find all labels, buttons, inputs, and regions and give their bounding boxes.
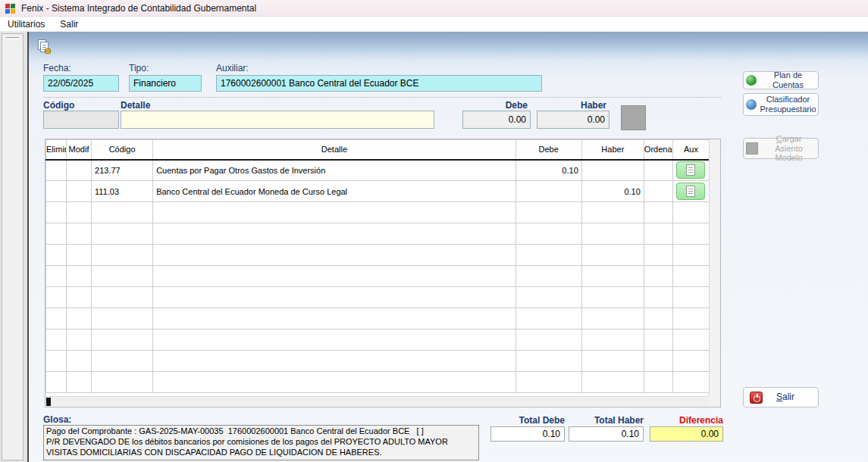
table-row[interactable] — [46, 287, 710, 308]
menu-utilitarios[interactable]: Utilitarios — [0, 17, 52, 31]
column-header-detalle[interactable]: Detalle — [153, 140, 516, 160]
table-row[interactable] — [46, 351, 710, 372]
scrollbar-thumb[interactable] — [46, 398, 51, 406]
collapsed-side-panel[interactable] — [2, 33, 24, 460]
document-lines-icon — [686, 186, 695, 197]
entries-table: EliminModifCódigoDetalleDebeHaberOrdenar… — [45, 139, 710, 393]
menu-bar: Utilitarios Salir — [0, 17, 868, 32]
detalle-label: Detalle — [121, 100, 150, 111]
auxiliar-label: Auxiliar: — [216, 63, 249, 73]
diferencia-label: Diferencia — [650, 415, 723, 426]
document-lines-icon — [686, 164, 695, 176]
column-header-aux[interactable]: Aux — [672, 140, 709, 160]
clasificador-presupuestario-button[interactable]: Clasificador Presupuestario — [743, 93, 819, 116]
window-title: Fenix - Sistema Integrado de Contabilida… — [21, 3, 256, 14]
detalle-input[interactable] — [121, 111, 434, 129]
aux-button[interactable] — [676, 161, 705, 179]
blue-sphere-icon — [746, 99, 757, 110]
fenix-app-icon — [5, 3, 16, 14]
salir-button[interactable]: Salir — [743, 387, 819, 407]
tipo-input[interactable]: Financiero — [129, 75, 202, 92]
add-entry-button-disabled[interactable] — [621, 105, 646, 130]
table-row[interactable]: 213.77Cuentas por Pagar Otros Gastos de … — [46, 160, 710, 181]
plan-de-cuentas-label: Plan de Cuentas — [760, 70, 816, 89]
cargar-asiento-label: Cargar Asiento Modelo — [762, 134, 816, 163]
table-row[interactable] — [46, 308, 710, 329]
fecha-input[interactable]: 22/05/2025 — [43, 75, 119, 92]
gray-square-icon — [746, 142, 758, 155]
table-row[interactable] — [46, 223, 710, 245]
table-row[interactable] — [46, 372, 710, 393]
vertical-scrollbar[interactable] — [709, 139, 720, 407]
column-header-código[interactable]: Código — [92, 140, 153, 160]
table-row[interactable] — [46, 202, 710, 223]
copy-document-icon[interactable] — [36, 39, 52, 55]
voucher-panel: Fecha: 22/05/2025 Tipo: Financiero Auxil… — [27, 32, 868, 462]
column-header-debe[interactable]: Debe — [515, 140, 581, 160]
debe-input[interactable]: 0.00 — [462, 111, 531, 129]
table-header-row: EliminModifCódigoDetalleDebeHaberOrdenar… — [46, 140, 710, 160]
application-window: Fenix - Sistema Integrado de Contabilida… — [0, 0, 868, 462]
column-header-haber[interactable]: Haber — [581, 140, 644, 160]
power-icon — [750, 392, 763, 404]
codigo-label: Código — [43, 100, 74, 111]
codigo-input[interactable] — [43, 111, 119, 129]
clasificador-label: Clasificador Presupuestario — [760, 95, 816, 114]
fecha-label: Fecha: — [43, 63, 71, 73]
title-bar: Fenix - Sistema Integrado de Contabilida… — [0, 0, 868, 17]
table-row[interactable]: 111.03Banco Central del Ecuador Moneda d… — [46, 181, 710, 202]
cargar-asiento-modelo-button[interactable]: Cargar Asiento Modelo — [743, 138, 819, 159]
separator-line — [43, 97, 722, 98]
entries-grid: EliminModifCódigoDetalleDebeHaberOrdenar… — [45, 139, 721, 407]
diferencia-input: 0.00 — [650, 426, 723, 442]
column-header-modif[interactable]: Modif — [67, 140, 92, 160]
green-sphere-icon — [746, 75, 757, 86]
table-body: 213.77Cuentas por Pagar Otros Gastos de … — [46, 160, 710, 393]
table-row[interactable] — [46, 266, 710, 287]
glosa-textarea[interactable]: Pago del Comprobante : GAS-2025-MAY-0003… — [43, 425, 479, 460]
tipo-label: Tipo: — [129, 63, 149, 73]
total-debe-label: Total Debe — [490, 415, 565, 426]
haber-input[interactable]: 0.00 — [537, 111, 609, 129]
aux-button[interactable] — [676, 183, 705, 200]
salir-button-label: Salir — [776, 392, 794, 403]
column-header-elimin[interactable]: Elimin — [46, 140, 67, 160]
total-debe-input: 0.10 — [490, 426, 565, 442]
column-header-ordenar[interactable]: Ordenar — [644, 140, 672, 160]
client-area: Fecha: 22/05/2025 Tipo: Financiero Auxil… — [0, 32, 868, 462]
panel-grip-handle[interactable] — [6, 37, 19, 39]
auxiliar-input[interactable]: 1760002600001 Banco Central del Ecuador … — [216, 75, 542, 92]
debe-label: Debe — [462, 100, 528, 111]
horizontal-scrollbar[interactable] — [45, 396, 710, 407]
total-haber-input: 0.10 — [569, 426, 644, 442]
table-row[interactable] — [46, 329, 710, 351]
plan-de-cuentas-button[interactable]: Plan de Cuentas — [743, 71, 819, 89]
glosa-label: Glosa: — [43, 414, 71, 425]
total-haber-label: Total Haber — [569, 415, 644, 426]
haber-label: Haber — [537, 100, 606, 111]
table-row[interactable] — [46, 245, 710, 266]
menu-salir[interactable]: Salir — [52, 17, 86, 31]
